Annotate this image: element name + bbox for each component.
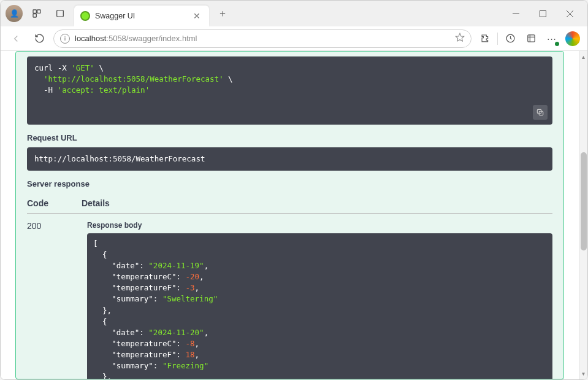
workspaces-icon[interactable] [28,4,46,23]
titlebar: 👤 Swagger UI ✕ ＋ [1,1,587,26]
scroll-down-icon[interactable]: ▾ [582,370,585,377]
site-info-icon[interactable]: i [60,34,70,44]
maximize-button[interactable] [530,4,556,23]
viewport: curl -X 'GET' \ 'http://localhost:5058/W… [1,51,587,379]
address-bar: i localhost:5058/swagger/index.html ··· [1,26,587,51]
tab-active[interactable]: Swagger UI ✕ [74,6,209,26]
url-text: localhost:5058/swagger/index.html [75,34,197,43]
svg-rect-10 [527,35,534,42]
back-button[interactable] [7,29,25,48]
response-row: 200 Response body [ { "date": "2024-11-1… [27,221,552,379]
close-window-button[interactable] [557,4,582,23]
svg-rect-3 [57,10,64,17]
request-url-block: http://localhost:5058/WeatherForecast [27,147,552,171]
response-table-header: Code Details [27,193,552,214]
svg-marker-8 [456,33,464,41]
profile-avatar[interactable]: 👤 [6,5,23,22]
copy-icon[interactable] [533,105,548,120]
scroll-up-icon[interactable]: ▴ [582,53,585,60]
refresh-button[interactable] [30,29,48,48]
curl-command-block: curl -X 'GET' \ 'http://localhost:5058/W… [27,56,552,125]
code-column-header: Code [27,198,48,208]
minimize-button[interactable] [503,4,529,23]
request-url-value: http://localhost:5058/WeatherForecast [34,154,205,163]
server-response-label: Server response [27,179,552,188]
response-body-block[interactable]: [ { "date": "2024-11-19", "temperatureC"… [87,233,552,379]
collections-icon[interactable] [522,30,540,47]
extensions-icon[interactable] [476,30,494,47]
swagger-favicon [80,11,90,21]
tabs-icon[interactable] [51,4,69,23]
copilot-icon[interactable] [564,30,581,47]
browser-scrollbar[interactable]: ▴ ▾ [579,51,587,379]
tab-title: Swagger UI [95,12,186,20]
history-icon[interactable] [502,30,519,47]
svg-rect-0 [33,10,36,13]
more-menu-icon[interactable]: ··· [543,30,560,47]
window-controls [503,4,582,23]
svg-rect-2 [33,14,36,17]
response-status-code: 200 [27,221,47,379]
scroll-thumb[interactable] [581,152,587,250]
details-column-header: Details [82,198,110,208]
response-body-label: Response body [87,221,552,230]
page-content: curl -X 'GET' \ 'http://localhost:5058/W… [1,51,579,379]
omnibox[interactable]: i localhost:5058/swagger/index.html [53,29,472,48]
request-url-label: Request URL [27,133,552,142]
new-tab-button[interactable]: ＋ [214,7,231,20]
favorite-icon[interactable] [455,33,465,44]
svg-rect-1 [37,10,40,13]
svg-rect-5 [540,10,546,17]
close-icon[interactable]: ✕ [191,10,203,21]
swagger-operation-block: curl -X 'GET' \ 'http://localhost:5058/W… [15,51,564,379]
browser-window: 👤 Swagger UI ✕ ＋ [0,0,588,380]
